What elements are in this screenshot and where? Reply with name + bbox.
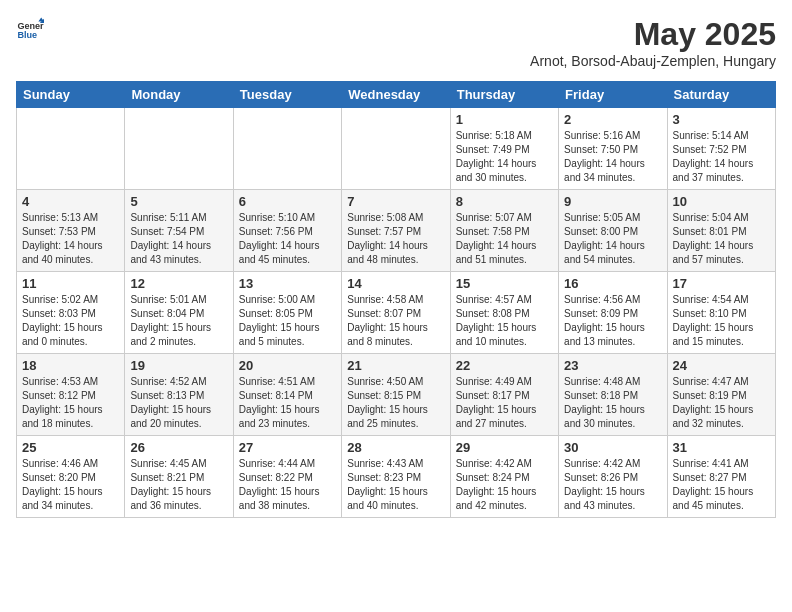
day-number: 23	[564, 358, 661, 373]
day-info: Sunrise: 5:18 AM Sunset: 7:49 PM Dayligh…	[456, 129, 553, 185]
calendar-cell: 5Sunrise: 5:11 AM Sunset: 7:54 PM Daylig…	[125, 190, 233, 272]
calendar-title: May 2025	[530, 16, 776, 53]
calendar-cell: 13Sunrise: 5:00 AM Sunset: 8:05 PM Dayli…	[233, 272, 341, 354]
day-info: Sunrise: 5:05 AM Sunset: 8:00 PM Dayligh…	[564, 211, 661, 267]
day-number: 27	[239, 440, 336, 455]
day-number: 20	[239, 358, 336, 373]
calendar-cell: 26Sunrise: 4:45 AM Sunset: 8:21 PM Dayli…	[125, 436, 233, 518]
day-number: 28	[347, 440, 444, 455]
calendar-cell: 7Sunrise: 5:08 AM Sunset: 7:57 PM Daylig…	[342, 190, 450, 272]
day-info: Sunrise: 4:42 AM Sunset: 8:26 PM Dayligh…	[564, 457, 661, 513]
calendar-cell: 2Sunrise: 5:16 AM Sunset: 7:50 PM Daylig…	[559, 108, 667, 190]
day-number: 17	[673, 276, 770, 291]
day-number: 4	[22, 194, 119, 209]
calendar-cell: 29Sunrise: 4:42 AM Sunset: 8:24 PM Dayli…	[450, 436, 558, 518]
page-header: General Blue May 2025 Arnot, Borsod-Abau…	[16, 16, 776, 69]
calendar-cell: 24Sunrise: 4:47 AM Sunset: 8:19 PM Dayli…	[667, 354, 775, 436]
title-block: May 2025 Arnot, Borsod-Abauj-Zemplen, Hu…	[530, 16, 776, 69]
day-info: Sunrise: 4:53 AM Sunset: 8:12 PM Dayligh…	[22, 375, 119, 431]
day-info: Sunrise: 4:51 AM Sunset: 8:14 PM Dayligh…	[239, 375, 336, 431]
calendar-cell	[342, 108, 450, 190]
day-number: 2	[564, 112, 661, 127]
calendar-cell: 9Sunrise: 5:05 AM Sunset: 8:00 PM Daylig…	[559, 190, 667, 272]
day-info: Sunrise: 5:02 AM Sunset: 8:03 PM Dayligh…	[22, 293, 119, 349]
logo: General Blue	[16, 16, 44, 44]
day-number: 9	[564, 194, 661, 209]
calendar-cell: 18Sunrise: 4:53 AM Sunset: 8:12 PM Dayli…	[17, 354, 125, 436]
day-info: Sunrise: 5:16 AM Sunset: 7:50 PM Dayligh…	[564, 129, 661, 185]
calendar-cell	[17, 108, 125, 190]
day-info: Sunrise: 4:52 AM Sunset: 8:13 PM Dayligh…	[130, 375, 227, 431]
day-info: Sunrise: 5:11 AM Sunset: 7:54 PM Dayligh…	[130, 211, 227, 267]
weekday-header: Monday	[125, 82, 233, 108]
calendar-cell	[233, 108, 341, 190]
calendar-cell: 1Sunrise: 5:18 AM Sunset: 7:49 PM Daylig…	[450, 108, 558, 190]
day-number: 26	[130, 440, 227, 455]
svg-text:Blue: Blue	[17, 30, 37, 40]
logo-icon: General Blue	[16, 16, 44, 44]
weekday-header: Friday	[559, 82, 667, 108]
day-info: Sunrise: 4:50 AM Sunset: 8:15 PM Dayligh…	[347, 375, 444, 431]
day-info: Sunrise: 4:45 AM Sunset: 8:21 PM Dayligh…	[130, 457, 227, 513]
calendar-cell: 15Sunrise: 4:57 AM Sunset: 8:08 PM Dayli…	[450, 272, 558, 354]
day-info: Sunrise: 5:07 AM Sunset: 7:58 PM Dayligh…	[456, 211, 553, 267]
day-number: 7	[347, 194, 444, 209]
day-number: 18	[22, 358, 119, 373]
day-info: Sunrise: 4:49 AM Sunset: 8:17 PM Dayligh…	[456, 375, 553, 431]
calendar-cell: 10Sunrise: 5:04 AM Sunset: 8:01 PM Dayli…	[667, 190, 775, 272]
calendar-cell: 27Sunrise: 4:44 AM Sunset: 8:22 PM Dayli…	[233, 436, 341, 518]
day-info: Sunrise: 4:44 AM Sunset: 8:22 PM Dayligh…	[239, 457, 336, 513]
day-number: 14	[347, 276, 444, 291]
calendar-week-row: 25Sunrise: 4:46 AM Sunset: 8:20 PM Dayli…	[17, 436, 776, 518]
day-number: 5	[130, 194, 227, 209]
day-info: Sunrise: 5:08 AM Sunset: 7:57 PM Dayligh…	[347, 211, 444, 267]
day-number: 12	[130, 276, 227, 291]
calendar-cell: 4Sunrise: 5:13 AM Sunset: 7:53 PM Daylig…	[17, 190, 125, 272]
weekday-header-row: SundayMondayTuesdayWednesdayThursdayFrid…	[17, 82, 776, 108]
weekday-header: Thursday	[450, 82, 558, 108]
day-info: Sunrise: 4:54 AM Sunset: 8:10 PM Dayligh…	[673, 293, 770, 349]
weekday-header: Wednesday	[342, 82, 450, 108]
day-number: 16	[564, 276, 661, 291]
day-number: 3	[673, 112, 770, 127]
weekday-header: Tuesday	[233, 82, 341, 108]
day-number: 8	[456, 194, 553, 209]
svg-text:General: General	[17, 21, 44, 31]
calendar-cell: 25Sunrise: 4:46 AM Sunset: 8:20 PM Dayli…	[17, 436, 125, 518]
weekday-header: Sunday	[17, 82, 125, 108]
day-number: 25	[22, 440, 119, 455]
day-info: Sunrise: 5:14 AM Sunset: 7:52 PM Dayligh…	[673, 129, 770, 185]
calendar-week-row: 4Sunrise: 5:13 AM Sunset: 7:53 PM Daylig…	[17, 190, 776, 272]
calendar-cell: 8Sunrise: 5:07 AM Sunset: 7:58 PM Daylig…	[450, 190, 558, 272]
day-info: Sunrise: 4:47 AM Sunset: 8:19 PM Dayligh…	[673, 375, 770, 431]
day-number: 22	[456, 358, 553, 373]
day-number: 10	[673, 194, 770, 209]
day-info: Sunrise: 5:13 AM Sunset: 7:53 PM Dayligh…	[22, 211, 119, 267]
calendar-cell: 16Sunrise: 4:56 AM Sunset: 8:09 PM Dayli…	[559, 272, 667, 354]
calendar-cell: 22Sunrise: 4:49 AM Sunset: 8:17 PM Dayli…	[450, 354, 558, 436]
calendar-week-row: 18Sunrise: 4:53 AM Sunset: 8:12 PM Dayli…	[17, 354, 776, 436]
day-number: 29	[456, 440, 553, 455]
day-number: 6	[239, 194, 336, 209]
day-info: Sunrise: 5:01 AM Sunset: 8:04 PM Dayligh…	[130, 293, 227, 349]
day-number: 31	[673, 440, 770, 455]
day-number: 13	[239, 276, 336, 291]
calendar-cell: 19Sunrise: 4:52 AM Sunset: 8:13 PM Dayli…	[125, 354, 233, 436]
day-number: 15	[456, 276, 553, 291]
calendar-week-row: 11Sunrise: 5:02 AM Sunset: 8:03 PM Dayli…	[17, 272, 776, 354]
calendar-subtitle: Arnot, Borsod-Abauj-Zemplen, Hungary	[530, 53, 776, 69]
day-info: Sunrise: 5:10 AM Sunset: 7:56 PM Dayligh…	[239, 211, 336, 267]
calendar-cell: 21Sunrise: 4:50 AM Sunset: 8:15 PM Dayli…	[342, 354, 450, 436]
calendar-cell: 11Sunrise: 5:02 AM Sunset: 8:03 PM Dayli…	[17, 272, 125, 354]
calendar-cell: 28Sunrise: 4:43 AM Sunset: 8:23 PM Dayli…	[342, 436, 450, 518]
calendar-cell: 14Sunrise: 4:58 AM Sunset: 8:07 PM Dayli…	[342, 272, 450, 354]
day-number: 1	[456, 112, 553, 127]
calendar-cell: 30Sunrise: 4:42 AM Sunset: 8:26 PM Dayli…	[559, 436, 667, 518]
day-info: Sunrise: 4:41 AM Sunset: 8:27 PM Dayligh…	[673, 457, 770, 513]
day-info: Sunrise: 4:42 AM Sunset: 8:24 PM Dayligh…	[456, 457, 553, 513]
calendar-cell: 23Sunrise: 4:48 AM Sunset: 8:18 PM Dayli…	[559, 354, 667, 436]
day-number: 19	[130, 358, 227, 373]
calendar-cell: 20Sunrise: 4:51 AM Sunset: 8:14 PM Dayli…	[233, 354, 341, 436]
day-number: 30	[564, 440, 661, 455]
day-info: Sunrise: 4:56 AM Sunset: 8:09 PM Dayligh…	[564, 293, 661, 349]
